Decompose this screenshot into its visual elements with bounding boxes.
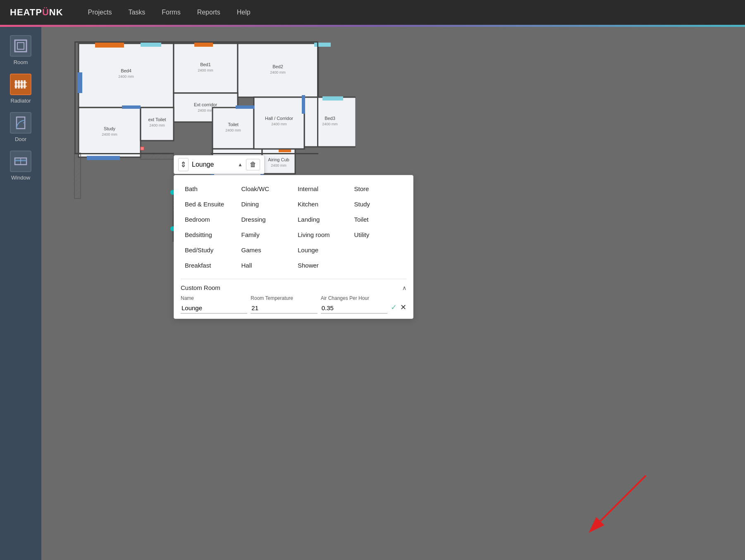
- room-type-bath[interactable]: Bath: [181, 182, 237, 196]
- svg-rect-27: [314, 43, 331, 47]
- room-type-dining[interactable]: Dining: [237, 197, 294, 211]
- svg-text:2400 mm: 2400 mm: [118, 74, 134, 79]
- svg-rect-80: [141, 147, 144, 150]
- room-name-display: Lounge: [192, 161, 234, 168]
- svg-text:Hall / Corridor: Hall / Corridor: [265, 116, 293, 121]
- svg-text:Bed2: Bed2: [272, 64, 283, 69]
- svg-rect-23: [194, 43, 213, 47]
- temp-input[interactable]: [251, 303, 317, 314]
- name-input[interactable]: [181, 303, 247, 314]
- room-type-internal[interactable]: Internal: [294, 182, 350, 196]
- name-field-group: Name: [181, 295, 247, 314]
- svg-line-90: [600, 476, 646, 521]
- svg-text:Bed4: Bed4: [121, 68, 131, 73]
- svg-text:2400 mm: 2400 mm: [271, 122, 287, 126]
- svg-text:2400 mm: 2400 mm: [225, 128, 241, 132]
- temp-label: Room Temperature: [251, 295, 317, 301]
- window-icon: [10, 151, 31, 172]
- svg-text:2400 mm: 2400 mm: [322, 122, 338, 126]
- room-selector-bar: ⇕ Lounge ▲ 🗑: [174, 155, 265, 174]
- sidebar-item-radiator[interactable]: Radiator: [10, 74, 31, 104]
- nav-help[interactable]: Help: [237, 9, 251, 16]
- logo: HEATPÜNK: [10, 7, 63, 18]
- svg-rect-7: [14, 86, 27, 87]
- room-type-hall[interactable]: Hall: [237, 258, 294, 272]
- move-icon[interactable]: ⇕: [178, 158, 189, 171]
- svg-rect-62: [74, 153, 81, 199]
- svg-rect-9: [23, 122, 25, 123]
- room-type-cloak[interactable]: Cloak/WC: [237, 182, 294, 196]
- room-type-store[interactable]: Store: [350, 182, 407, 196]
- door-label: Door: [15, 136, 26, 142]
- room-icon: [10, 35, 31, 57]
- svg-text:2400 mm: 2400 mm: [102, 132, 117, 136]
- room-type-bedsitting[interactable]: Bedsitting: [181, 228, 237, 242]
- svg-rect-17: [95, 43, 124, 48]
- sidebar-item-door[interactable]: Door: [10, 112, 31, 142]
- air-input[interactable]: [321, 303, 387, 314]
- delete-room-button[interactable]: 🗑: [246, 159, 260, 170]
- svg-text:Toilet: Toilet: [228, 122, 239, 127]
- svg-text:Study: Study: [104, 126, 116, 131]
- svg-rect-75: [122, 105, 141, 109]
- sidebar: Room Radiator: [0, 27, 41, 560]
- air-label: Air Changes Per Hour: [321, 295, 387, 301]
- custom-room-chevron[interactable]: ∧: [402, 285, 406, 291]
- svg-rect-72: [317, 41, 318, 147]
- room-type-toilet[interactable]: Toilet: [350, 213, 407, 226]
- room-type-landing[interactable]: Landing: [294, 213, 350, 226]
- room-type-bed-study[interactable]: Bed/Study: [181, 243, 237, 257]
- room-type-dressing[interactable]: Dressing: [237, 213, 294, 226]
- svg-text:2400 mm: 2400 mm: [198, 108, 213, 112]
- nav-tasks[interactable]: Tasks: [128, 9, 145, 16]
- room-type-shower[interactable]: Shower: [294, 258, 350, 272]
- room-type-study[interactable]: Study: [350, 197, 407, 211]
- cancel-button[interactable]: ✕: [400, 303, 406, 312]
- room-type-utility[interactable]: Utility: [350, 228, 407, 242]
- svg-rect-70: [74, 41, 76, 153]
- svg-text:ext Toilet: ext Toilet: [148, 117, 166, 122]
- svg-rect-3: [18, 80, 20, 89]
- air-field-group: Air Changes Per Hour: [321, 295, 387, 314]
- custom-room-fields: Name Room Temperature Air Changes Per Ho…: [181, 295, 406, 314]
- nav-projects[interactable]: Projects: [88, 9, 112, 16]
- room-type-list: Bath Cloak/WC Internal Store Bed & Ensui…: [174, 175, 413, 279]
- svg-rect-38: [87, 156, 120, 160]
- svg-rect-4: [21, 80, 23, 89]
- svg-text:Bed1: Bed1: [200, 62, 211, 67]
- svg-rect-1: [17, 43, 24, 49]
- svg-rect-74: [211, 153, 318, 154]
- svg-rect-71: [74, 41, 318, 43]
- svg-rect-77: [302, 95, 305, 114]
- temp-field-group: Room Temperature: [251, 295, 317, 314]
- room-type-games[interactable]: Games: [237, 243, 294, 257]
- svg-rect-2: [15, 80, 17, 89]
- sidebar-item-room[interactable]: Room: [10, 35, 31, 65]
- custom-room-section: Custom Room ∧ Name Room Temperature: [174, 279, 413, 318]
- svg-rect-76: [236, 105, 254, 109]
- door-icon: [10, 112, 31, 134]
- canvas-area: Bed4 2400 mm Bed1 2400 mm Bed2 2400 mm: [41, 27, 745, 560]
- nav-forms[interactable]: Forms: [162, 9, 180, 16]
- confirm-button[interactable]: ✓: [391, 303, 397, 312]
- room-type-kitchen[interactable]: Kitchen: [294, 197, 350, 211]
- svg-rect-18: [141, 43, 161, 47]
- name-label: Name: [181, 295, 247, 301]
- room-type-family[interactable]: Family: [237, 228, 294, 242]
- svg-rect-0: [15, 40, 26, 52]
- custom-room-header: Custom Room ∧: [181, 284, 406, 291]
- room-type-bedroom[interactable]: Bedroom: [181, 213, 237, 226]
- room-type-living-room[interactable]: Living room: [294, 228, 350, 242]
- svg-rect-5: [24, 80, 26, 89]
- svg-text:Ext corridor: Ext corridor: [194, 102, 217, 107]
- nav-reports[interactable]: Reports: [197, 9, 220, 16]
- room-type-lounge[interactable]: Lounge: [294, 243, 350, 257]
- chevron-up-icon[interactable]: ▲: [238, 162, 243, 168]
- room-type-breakfast[interactable]: Breakfast: [181, 258, 237, 272]
- room-type-bed-ensuite[interactable]: Bed & Ensuite: [181, 197, 237, 211]
- sidebar-item-window[interactable]: Window: [10, 151, 31, 181]
- svg-text:2400 mm: 2400 mm: [270, 70, 286, 74]
- radiator-label: Radiator: [10, 98, 31, 104]
- room-dropdown: Bath Cloak/WC Internal Store Bed & Ensui…: [174, 175, 413, 319]
- red-arrow: [580, 471, 662, 535]
